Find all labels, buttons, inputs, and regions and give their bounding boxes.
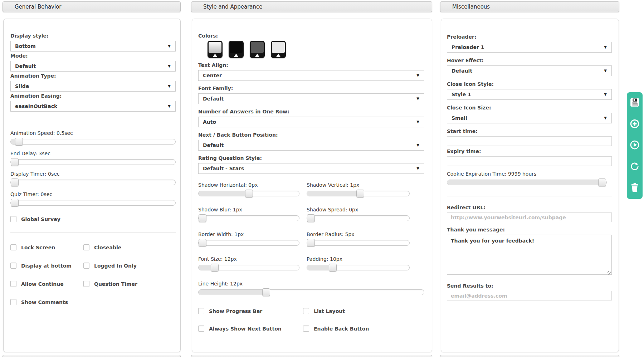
question-timer-checkbox[interactable] — [83, 281, 89, 287]
slider-handle[interactable] — [11, 199, 19, 207]
close-icon-style-select[interactable]: Style 1 ▼ — [447, 89, 612, 100]
shadow-blur-label: Shadow Blur: 1px — [198, 207, 299, 212]
play-button[interactable] — [629, 140, 640, 150]
enable-back-button-checkbox[interactable] — [303, 326, 309, 332]
show-comments-checkbox[interactable] — [10, 299, 16, 305]
display-at-bottom-checkbox[interactable] — [10, 263, 16, 269]
slider-handle[interactable] — [245, 190, 253, 197]
chevron-down-icon: ▼ — [416, 167, 419, 170]
rating-question-style-select[interactable]: Default - Stars ▼ — [198, 163, 424, 174]
logged-in-only-checkbox[interactable] — [83, 263, 89, 269]
chevron-down-icon: ▼ — [604, 45, 607, 49]
plus-circle-icon — [629, 118, 640, 129]
shadow-vertical-slider[interactable] — [307, 191, 410, 196]
shadow-blur-slider[interactable] — [198, 215, 299, 221]
line-height-label: Line Height: 12px — [198, 281, 424, 287]
reset-button[interactable] — [629, 161, 640, 172]
color-swatch-black[interactable] — [229, 41, 244, 58]
display-style-select[interactable]: Bottom ▼ — [10, 41, 176, 52]
always-show-next-checkbox[interactable] — [198, 326, 204, 332]
slider-handle[interactable] — [598, 178, 606, 186]
border-radius-slider[interactable] — [307, 240, 410, 246]
question-timer-label: Question Timer — [94, 281, 137, 287]
color-swatch-white-gradient[interactable] — [208, 41, 223, 58]
mode-select[interactable]: Default ▼ — [10, 61, 176, 72]
redirect-url-input[interactable] — [447, 212, 612, 222]
section-header-miscellaneous[interactable]: Miscellaneous — [440, 1, 619, 12]
chevron-down-icon: ▼ — [604, 69, 607, 73]
animation-speed-slider[interactable] — [10, 139, 176, 145]
swatch-screen — [209, 42, 221, 53]
animation-type-label: Animation Type: — [10, 73, 176, 79]
slider-handle[interactable] — [11, 178, 19, 186]
section-header-style-appearance[interactable]: Style and Appearance — [191, 1, 432, 12]
slider-handle[interactable] — [262, 288, 270, 296]
swatch-screen — [230, 42, 243, 53]
hover-effect-value: Default — [452, 68, 472, 74]
slider-handle[interactable] — [11, 158, 19, 166]
slider-handle[interactable] — [211, 264, 219, 272]
list-layout-checkbox[interactable] — [303, 308, 309, 314]
slider-handle[interactable] — [199, 214, 206, 222]
allow-continue-checkbox[interactable] — [10, 281, 16, 287]
closeable-checkbox[interactable] — [83, 244, 89, 250]
slider-handle[interactable] — [356, 190, 364, 197]
section-header-general-behavior[interactable]: General Behavior — [3, 1, 181, 12]
chevron-down-icon: ▼ — [168, 84, 171, 88]
send-results-input[interactable] — [447, 291, 612, 300]
close-icon-size-select[interactable]: Small ▼ — [447, 113, 612, 123]
shadow-spread-slider[interactable] — [307, 215, 410, 221]
text-align-select[interactable]: Center ▼ — [198, 70, 424, 81]
answers-per-row-select[interactable]: Auto ▼ — [198, 117, 424, 127]
animation-type-value: Slide — [15, 83, 29, 89]
end-delay-slider[interactable] — [10, 159, 176, 165]
font-size-slider[interactable] — [198, 265, 299, 270]
slider-handle[interactable] — [15, 138, 23, 146]
shadow-horizontal-slider[interactable] — [198, 191, 299, 196]
save-button[interactable] — [629, 97, 640, 108]
allow-continue-label: Allow Continue — [21, 281, 64, 287]
slider-handle[interactable] — [199, 239, 206, 247]
delete-button[interactable] — [629, 182, 640, 193]
start-time-input[interactable] — [447, 136, 612, 146]
next-section-header-2[interactable] — [191, 355, 432, 357]
display-timer-slider[interactable] — [10, 180, 176, 185]
chevron-down-icon: ▼ — [416, 143, 419, 147]
global-survey-checkbox[interactable] — [10, 216, 16, 222]
animation-easing-select[interactable]: easeInOutBack ▼ — [10, 101, 176, 112]
border-width-slider[interactable] — [198, 240, 299, 246]
miscellaneous-panel: Preloader: Preloader 1 ▼ Hover Effect: D… — [441, 19, 619, 352]
lock-screen-checkbox[interactable] — [10, 244, 16, 250]
line-height-slider[interactable] — [198, 289, 424, 295]
add-button[interactable] — [629, 118, 640, 129]
section-title: Style and Appearance — [203, 4, 263, 10]
logged-in-only-label: Logged In Only — [94, 263, 137, 269]
slider-handle[interactable] — [329, 264, 337, 272]
cookie-expiration-slider[interactable] — [447, 180, 607, 185]
animation-type-select[interactable]: Slide ▼ — [10, 81, 176, 92]
padding-slider[interactable] — [307, 265, 410, 270]
slider-handle[interactable] — [307, 214, 315, 222]
refresh-icon — [629, 161, 640, 172]
color-swatch-dark-gray[interactable] — [250, 41, 265, 58]
save-floppy-icon — [629, 97, 640, 108]
send-results-label: Send Results to: — [447, 283, 612, 289]
expiry-time-input[interactable] — [447, 156, 612, 166]
color-swatch-light-gray[interactable] — [271, 41, 286, 58]
arrow-up-icon — [234, 54, 238, 57]
show-progress-bar-checkbox[interactable] — [198, 308, 204, 314]
quiz-timer-slider[interactable] — [10, 200, 176, 206]
show-progress-bar-label: Show Progress Bar — [209, 308, 262, 314]
next-section-header-3[interactable] — [440, 355, 619, 357]
hover-effect-select[interactable]: Default ▼ — [447, 65, 612, 76]
font-family-select[interactable]: Default ▼ — [198, 93, 424, 104]
chevron-down-icon: ▼ — [416, 97, 419, 101]
slider-handle[interactable] — [307, 239, 315, 247]
next-section-header-1[interactable] — [3, 355, 181, 357]
thank-you-message-textarea[interactable]: Thank you for your feedback! — [447, 235, 612, 275]
preloader-select[interactable]: Preloader 1 ▼ — [447, 42, 612, 53]
next-back-position-select[interactable]: Default ▼ — [198, 140, 424, 151]
display-at-bottom-label: Display at bottom — [21, 263, 72, 269]
slider-fill — [447, 180, 606, 185]
arrow-up-icon — [213, 54, 217, 57]
